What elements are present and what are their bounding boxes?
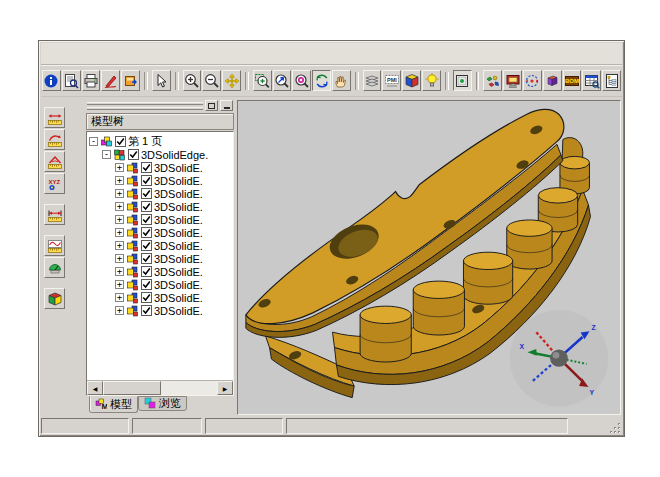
measure-gap-button[interactable]: [44, 204, 65, 225]
view-cube-button[interactable]: [402, 70, 421, 91]
measure-radius-button[interactable]: [44, 129, 65, 150]
measure-distance-button[interactable]: [44, 107, 65, 128]
structure-tree-button[interactable]: [602, 70, 621, 91]
visibility-checkbox[interactable]: [141, 162, 152, 173]
tree-item-page[interactable]: - 第 1 页: [88, 135, 233, 148]
visibility-checkbox[interactable]: [141, 305, 152, 316]
measure-profile-button[interactable]: [44, 235, 65, 256]
tree-item-part[interactable]: + 3DSolidE.: [88, 174, 233, 187]
tree-item-part[interactable]: + 3DSolidE.: [88, 304, 233, 317]
pan-hand-button[interactable]: [332, 70, 351, 91]
tab-browse[interactable]: 浏览: [138, 396, 187, 411]
capture-button[interactable]: [503, 70, 522, 91]
measure-angle-button[interactable]: [44, 151, 65, 172]
toolbar-icon: [47, 110, 63, 126]
panel-gripper[interactable]: [86, 100, 234, 111]
measure-volume-button[interactable]: [44, 288, 65, 309]
rotate-view-button[interactable]: [292, 70, 311, 91]
visibility-checkbox[interactable]: [141, 214, 152, 225]
visibility-checkbox[interactable]: [115, 136, 126, 147]
tree-label: 3DSolidEdge.: [141, 149, 208, 161]
dynamic-zoom-button[interactable]: [273, 70, 292, 91]
check-icon: [142, 163, 151, 172]
tree-expander[interactable]: +: [115, 254, 124, 263]
tree-item-assembly[interactable]: - 3DSolidEdge.: [88, 148, 233, 161]
print-button[interactable]: [82, 70, 101, 91]
tree-label: 3DSolidE.: [154, 227, 203, 239]
visibility-checkbox[interactable]: [141, 201, 152, 212]
tree-item-part[interactable]: + 3DSolidE.: [88, 187, 233, 200]
scroll-thumb[interactable]: [103, 381, 161, 395]
tree-item-part[interactable]: + 3DSolidE.: [88, 239, 233, 252]
check-icon: [142, 293, 151, 302]
pan-button[interactable]: [222, 70, 241, 91]
tree-expander[interactable]: +: [115, 267, 124, 276]
tree-expander[interactable]: +: [115, 189, 124, 198]
tree-item-part[interactable]: + 3DSolidE.: [88, 213, 233, 226]
viewport-3d[interactable]: Z Y X: [237, 100, 621, 415]
animation-button[interactable]: [523, 70, 542, 91]
measure-coordinate-button[interactable]: XYZ: [44, 173, 65, 194]
resize-grip[interactable]: [608, 420, 621, 433]
report-table-button[interactable]: [582, 70, 601, 91]
tree-expander[interactable]: +: [115, 241, 124, 250]
pmi-button[interactable]: PMI: [382, 70, 401, 91]
menu-file[interactable]: [51, 52, 67, 56]
solid-view-button[interactable]: [543, 70, 562, 91]
visibility-checkbox[interactable]: [128, 149, 139, 160]
tree-item-part[interactable]: + 3DSolidE.: [88, 252, 233, 265]
menu-bar: [41, 43, 622, 65]
visibility-checkbox[interactable]: [141, 240, 152, 251]
tree-expander[interactable]: +: [115, 280, 124, 289]
tree-item-part[interactable]: + 3DSolidE.: [88, 278, 233, 291]
scroll-left-button[interactable]: ◀: [87, 381, 103, 395]
tree-expander[interactable]: +: [115, 202, 124, 211]
panel-hide-button[interactable]: [220, 100, 233, 111]
tree-expander[interactable]: +: [115, 163, 124, 172]
layers-button[interactable]: [363, 70, 382, 91]
lighting-button[interactable]: [422, 70, 441, 91]
tree-expander[interactable]: +: [115, 215, 124, 224]
markup-pen-button[interactable]: [101, 70, 120, 91]
tree-expander[interactable]: -: [102, 150, 111, 159]
tree-item-part[interactable]: + 3DSolidE.: [88, 265, 233, 278]
toolbar-icon: [404, 73, 420, 89]
visibility-checkbox[interactable]: [141, 266, 152, 277]
tree-item-part[interactable]: + 3DSolidE.: [88, 161, 233, 174]
zoom-in-button[interactable]: [183, 70, 202, 91]
tree-item-part[interactable]: + 3DSolidE.: [88, 291, 233, 304]
measure-gauge-button[interactable]: [44, 257, 65, 278]
info-button[interactable]: [42, 70, 61, 91]
export-button[interactable]: [121, 70, 140, 91]
tree-expander[interactable]: +: [115, 293, 124, 302]
node-icon: [126, 240, 139, 252]
tree-expander[interactable]: +: [115, 228, 124, 237]
tree-item-part[interactable]: + 3DSolidE.: [88, 226, 233, 239]
panel-float-button[interactable]: [205, 100, 218, 111]
tree-expander[interactable]: +: [115, 176, 124, 185]
visibility-checkbox[interactable]: [141, 292, 152, 303]
bom-button[interactable]: BOM: [563, 70, 582, 91]
tab-model[interactable]: M 模型: [89, 396, 138, 413]
spin-view-button[interactable]: [312, 70, 331, 91]
snapshot-button[interactable]: [453, 70, 472, 91]
visibility-checkbox[interactable]: [141, 175, 152, 186]
visibility-checkbox[interactable]: [141, 253, 152, 264]
select-cursor-button[interactable]: [152, 70, 171, 91]
node-icon: [126, 201, 139, 213]
tree-scrollbar[interactable]: ◀ ▶: [87, 380, 233, 395]
explode-button[interactable]: [483, 70, 502, 91]
visibility-checkbox[interactable]: [141, 279, 152, 290]
svg-text:M: M: [102, 402, 108, 410]
visibility-checkbox[interactable]: [141, 188, 152, 199]
scroll-right-button[interactable]: ▶: [217, 381, 233, 395]
tree-expander[interactable]: -: [89, 137, 98, 146]
zoom-window-button[interactable]: [253, 70, 272, 91]
print-preview-button[interactable]: [62, 70, 81, 91]
toolbar-icon: [153, 73, 169, 89]
tree-item-part[interactable]: + 3DSolidE.: [88, 200, 233, 213]
menu-page[interactable]: [73, 52, 89, 56]
zoom-out-button[interactable]: [202, 70, 221, 91]
tree-expander[interactable]: +: [115, 306, 124, 315]
visibility-checkbox[interactable]: [141, 227, 152, 238]
